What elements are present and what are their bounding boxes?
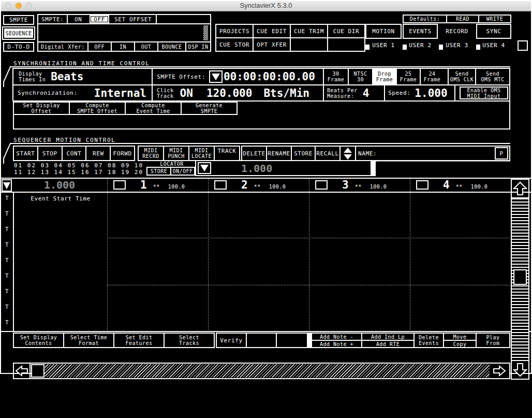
click-track-state[interactable]: ON <box>180 87 193 99</box>
move-button[interactable]: Move <box>444 334 476 341</box>
track-level[interactable]: 100.0 <box>370 184 387 190</box>
nav-sequence-button[interactable]: SEQUENCE <box>2 26 35 40</box>
message-scrollbar[interactable] <box>203 25 208 40</box>
generate-smpte-button[interactable]: Generate SMPTE <box>182 103 237 114</box>
track-numbers-1-10[interactable]: 01 02 03 04 05 06 07 08 09 10 <box>14 162 153 169</box>
defaults-read-button[interactable]: READ <box>447 16 479 22</box>
select-time-format-button[interactable]: Select Time Format <box>64 334 114 347</box>
delete-button[interactable]: DELETE <box>242 147 267 160</box>
user4-button[interactable]: USER 4 <box>476 40 511 51</box>
row-marker[interactable]: T <box>5 319 9 326</box>
p-button[interactable]: P <box>495 147 508 160</box>
row-marker[interactable]: T <box>5 257 9 264</box>
frame-ntsc30-button[interactable]: NTSC 30 <box>349 69 373 84</box>
position-value[interactable]: 1.000 <box>13 179 106 191</box>
row-marker[interactable]: T <box>5 288 9 295</box>
start-button[interactable]: START <box>14 147 38 160</box>
scroll-left-button[interactable] <box>14 364 31 378</box>
xfer-out-button[interactable]: OUT <box>134 42 157 51</box>
rew-button[interactable]: REW <box>86 147 111 160</box>
row-marker[interactable]: T <box>5 226 9 233</box>
send-oms-mtc-button[interactable]: Send OMS MTC <box>476 69 509 84</box>
set-edit-features-button[interactable]: Set Edit Features <box>114 334 165 347</box>
scroll-right-button[interactable] <box>490 364 509 378</box>
row-marker[interactable]: T <box>5 241 9 248</box>
midi-record-button[interactable]: MIDI RECRD <box>139 147 164 160</box>
scroll-down-button[interactable] <box>511 360 529 380</box>
frame-24-button[interactable]: 24 Frame <box>421 69 444 84</box>
frame-25-button[interactable]: 25 Frame <box>397 69 421 84</box>
smpte-offset-dropdown[interactable] <box>209 70 223 83</box>
speed-value[interactable]: 1.000 <box>415 87 447 99</box>
store-button[interactable]: STORE <box>292 147 316 160</box>
spinner-down-icon[interactable] <box>344 154 352 160</box>
track-checkbox[interactable] <box>315 180 328 190</box>
synchronization-value[interactable]: Internal <box>94 87 146 99</box>
h-scrollbar-track[interactable] <box>45 364 490 378</box>
sequence-name-display[interactable] <box>376 161 510 176</box>
xfer-off-button[interactable]: OFF <box>87 42 111 51</box>
smpte-offset-value[interactable]: 00:00:00:00.00 <box>224 70 315 83</box>
set-display-offset-button[interactable]: Set Display Offset <box>14 103 70 114</box>
send-oms-clk-button[interactable]: Send OMS CLK <box>448 69 476 84</box>
position-dropdown[interactable] <box>2 179 12 192</box>
forwd-button[interactable]: FORWD <box>111 147 134 160</box>
verify-button[interactable]: Verify <box>217 334 247 347</box>
locator-dropdown[interactable] <box>198 162 211 174</box>
cont-button[interactable]: CONT <box>63 147 87 160</box>
enable-oms-midi-button[interactable]: Enable OMS MIDI Input <box>460 87 508 99</box>
scroll-up-button[interactable] <box>511 179 529 198</box>
row-marker[interactable]: T <box>5 304 9 310</box>
track-number-grid[interactable]: 01 02 03 04 05 06 07 08 09 10 11 12 13 1… <box>14 162 153 176</box>
row-marker[interactable]: T <box>5 272 9 279</box>
midi-locate-button[interactable]: MIDI LOCATE <box>189 147 215 160</box>
add-note-minus-button[interactable]: Add Note - <box>312 334 361 341</box>
compute-smpte-offset-button[interactable]: Compute SMPTE Offset <box>70 103 126 114</box>
record-screen-button[interactable]: RECORD <box>439 24 475 39</box>
spinner-up-icon[interactable] <box>344 148 352 153</box>
user2-button[interactable]: USER 2 <box>403 40 438 51</box>
mode-indicator-box[interactable] <box>518 40 528 51</box>
nav-smpte-button[interactable]: SMPTE <box>3 15 34 25</box>
compute-event-time-button[interactable]: Compute Event Time <box>126 103 182 114</box>
cue-edit-button[interactable]: CUE EDIT <box>254 25 290 37</box>
nav-dtod-button[interactable]: D-TO-D <box>3 42 34 52</box>
row-marker[interactable]: T <box>5 210 9 217</box>
defaults-write-button[interactable]: WRITE <box>479 16 510 22</box>
sequence-spinner[interactable] <box>341 147 356 160</box>
locator-onoff-button[interactable]: ON/OFF <box>171 168 194 175</box>
track-checkbox[interactable] <box>214 180 227 190</box>
motion-screen-button[interactable]: MOTION <box>365 24 402 39</box>
row-marker[interactable]: T <box>5 195 9 201</box>
midi-punch-button[interactable]: MIDI PUNCH <box>164 147 189 160</box>
smpte-on-button[interactable]: ON <box>68 15 88 23</box>
add-ind-lp-button[interactable]: Add Ind Lp <box>362 334 413 341</box>
xfer-dsp-in-button[interactable]: DSP IN <box>185 42 210 51</box>
add-rte-button[interactable]: Add RTE <box>362 341 413 347</box>
projects-button[interactable]: PROJECTS <box>216 25 253 37</box>
set-display-contents-button[interactable]: Set Display Contents <box>14 334 64 347</box>
horizontal-scrollbar[interactable] <box>13 363 510 379</box>
frame-30-button[interactable]: 30 Frame <box>324 69 349 84</box>
cue-stor-button[interactable]: CUE STOR <box>216 38 253 51</box>
opt-xfer-button[interactable]: OPT XFER <box>254 38 290 51</box>
sync-screen-button[interactable]: SYNC <box>476 24 511 39</box>
play-from-button[interactable]: Play From <box>477 334 509 347</box>
display-times-value[interactable]: Beats <box>51 70 83 83</box>
cue-dir-button[interactable]: CUE DIR <box>328 25 364 37</box>
track-numbers-11-20[interactable]: 11 12 13 14 15 16 17 18 19 20 <box>14 169 153 176</box>
xfer-bounce-button[interactable]: BOUNCE <box>157 42 185 51</box>
beats-per-measure-value[interactable]: 4 <box>363 87 370 99</box>
cue-trim-button[interactable]: CUE TRIM <box>291 25 327 37</box>
track-checkbox[interactable] <box>113 180 126 190</box>
add-note-plus-button[interactable]: Add Note + <box>312 341 361 347</box>
frame-drop-button[interactable]: Drop Frame <box>373 69 397 84</box>
smpte-set-offset-button[interactable]: SET OFFSET <box>110 15 157 23</box>
track-level[interactable]: 100.0 <box>168 184 185 190</box>
rename-button[interactable]: RENAME <box>267 147 292 160</box>
events-screen-button[interactable]: EVENTS <box>403 24 438 39</box>
xfer-in-button[interactable]: IN <box>111 42 134 51</box>
track-button[interactable]: TRACK <box>215 147 239 160</box>
v-scrollbar-thumb[interactable] <box>513 269 527 285</box>
copy-button[interactable]: Copy <box>444 341 476 347</box>
